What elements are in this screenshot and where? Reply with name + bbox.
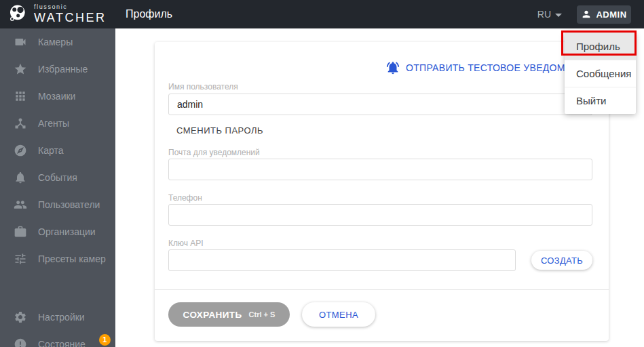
username-input[interactable] bbox=[168, 94, 592, 115]
flussonic-watcher-logo[interactable]: flussonic WATCHER bbox=[7, 3, 107, 24]
topbar: flussonic WATCHER Профиль RU ADMIN bbox=[0, 0, 644, 28]
error-icon bbox=[14, 338, 27, 347]
save-button[interactable]: СОХРАНИТЬ Ctrl + S bbox=[168, 302, 290, 327]
save-shortcut-hint: Ctrl + S bbox=[249, 310, 276, 319]
sidebar-item-users[interactable]: Пользователи bbox=[0, 191, 115, 218]
brand-line1: flussonic bbox=[34, 4, 107, 10]
watcher-app: flussonic WATCHER Профиль RU ADMIN Камер… bbox=[0, 0, 644, 347]
email-label: Почта для уведомлений bbox=[168, 148, 260, 157]
api-key-field[interactable] bbox=[168, 249, 516, 271]
sidebar-item-events[interactable]: События bbox=[0, 164, 115, 191]
user-account-button[interactable]: ADMIN bbox=[577, 5, 631, 24]
bell-ring-icon bbox=[385, 60, 400, 75]
user-name: ADMIN bbox=[596, 9, 626, 20]
change-password-button[interactable]: СМЕНИТЬ ПАРОЛЬ bbox=[176, 125, 263, 136]
compass-icon bbox=[14, 144, 27, 157]
sidebar-item-map[interactable]: Карта bbox=[0, 137, 115, 164]
people-icon bbox=[14, 198, 27, 211]
sidebar-item-settings[interactable]: Настройки bbox=[0, 304, 115, 331]
sidebar-item-camera-presets[interactable]: Пресеты камер bbox=[0, 245, 115, 272]
phone-field[interactable] bbox=[168, 204, 592, 226]
language-selector[interactable]: RU bbox=[537, 9, 562, 20]
profile-card: ОТПРАВИТЬ ТЕСТОВОЕ УВЕДОМЛЕНИЕ Имя польз… bbox=[155, 42, 609, 341]
sidebar-item-cameras[interactable]: Камеры bbox=[0, 28, 115, 56]
chevron-down-icon bbox=[555, 14, 562, 17]
flussonic-logo-icon bbox=[7, 3, 27, 24]
sidebar-item-favorites[interactable]: Избранные bbox=[0, 56, 115, 83]
sidebar: Камеры Избранные Мозаики Агенты Карта Со… bbox=[0, 28, 115, 347]
create-api-key-button[interactable]: СОЗДАТЬ bbox=[531, 251, 592, 270]
menu-item-profile[interactable]: Профиль bbox=[565, 33, 636, 60]
sidebar-item-status[interactable]: Состояние 1 bbox=[0, 331, 115, 347]
page-title: Профиль bbox=[126, 0, 172, 28]
user-menu: Профиль Сообщения Выйти bbox=[565, 33, 636, 114]
sidebar-item-agents[interactable]: Агенты bbox=[0, 110, 115, 137]
sidebar-item-mosaics[interactable]: Мозаики bbox=[0, 83, 115, 110]
language-label: RU bbox=[537, 9, 551, 20]
menu-item-messages[interactable]: Сообщения bbox=[565, 60, 636, 87]
form-divider bbox=[155, 289, 609, 290]
bell-icon bbox=[14, 171, 27, 184]
brand-line2: WATCHER bbox=[34, 12, 107, 24]
username-label: Имя пользователя bbox=[168, 82, 238, 91]
videocam-icon bbox=[14, 35, 27, 49]
status-badge: 1 bbox=[99, 334, 111, 346]
person-icon bbox=[581, 9, 592, 20]
grid-icon bbox=[14, 89, 27, 103]
sidebar-item-organizations[interactable]: Организации bbox=[0, 218, 115, 245]
api-key-label: Ключ API bbox=[168, 239, 204, 248]
star-icon bbox=[14, 62, 27, 76]
phone-label: Телефон bbox=[168, 193, 202, 203]
email-field[interactable] bbox=[168, 159, 592, 180]
menu-item-logout[interactable]: Выйти bbox=[565, 87, 636, 114]
briefcase-icon bbox=[14, 225, 27, 239]
tune-icon bbox=[14, 252, 27, 266]
gear-icon bbox=[14, 310, 27, 324]
cancel-button[interactable]: ОТМЕНА bbox=[302, 302, 375, 327]
device-hub-icon bbox=[14, 117, 27, 130]
